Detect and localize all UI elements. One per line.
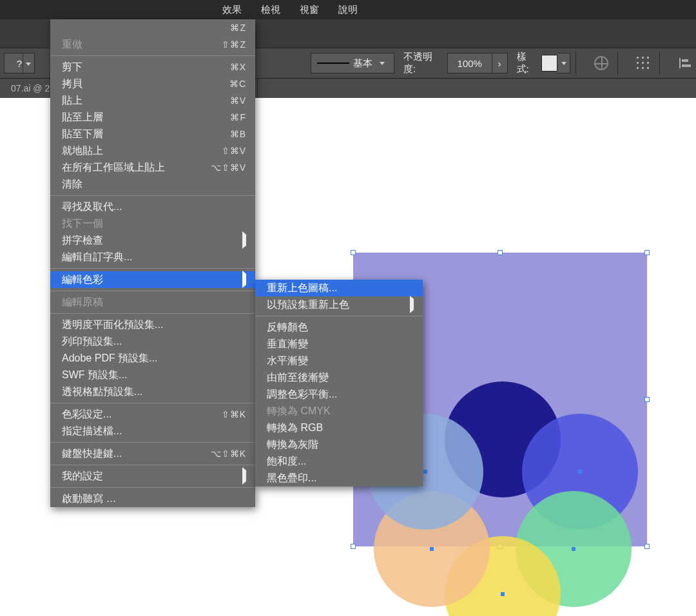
color-submenu-item[interactable]: 轉換為灰階 [255,436,423,453]
selection-center-point[interactable] [501,592,505,596]
edit-menu-item[interactable]: 清除 [50,176,255,193]
menu-item-label: 編輯原稿 [62,296,103,309]
color-submenu-item[interactable]: 反轉顏色 [255,319,423,336]
edit-menu-item[interactable]: SWF 預設集... [50,367,255,383]
menu-item-label: 編輯色彩 [62,273,103,287]
menu-item-label: 重新上色圖稿... [267,282,337,295]
selection-center-point[interactable] [578,470,582,474]
edit-menu-item[interactable]: 貼上⌘V [50,92,255,109]
selection-center-point[interactable] [572,547,575,551]
menu-shortcut: ⌘Z [230,23,246,33]
stroke-style-label: 基本 [353,57,372,70]
menu-item-label: 列印預設集... [62,335,122,349]
menu-item-label: SWF 預設集... [62,369,127,382]
menu-item-label: 調整色彩平衡... [267,388,337,401]
menu-shortcut: ⌥⇧⌘V [211,162,246,173]
menu-shortcut: ⌘F [230,112,246,122]
edit-menu-item[interactable]: 貼至下層⌘B [50,126,255,142]
color-submenu-item[interactable]: 飽和度... [255,453,423,470]
menu-shortcut: ⇧⌘Z [222,39,246,50]
menu-item-label: 透視格點預設集... [62,385,142,399]
resize-handle-tl[interactable] [351,250,356,255]
menu-item-label: 編輯自訂字典... [62,251,132,264]
menu-item-label: 我的設定 [62,470,103,483]
menu-item-label: 轉換為 RGB [267,421,323,435]
menu-item-label: 以預設集重新上色 [267,298,349,312]
menu-item-label: 尋找及取代... [62,200,122,214]
resize-handle-bl[interactable] [351,544,356,549]
recolor-icon[interactable] [590,52,612,74]
align-icon[interactable] [674,52,696,74]
graphic-style-swatch[interactable] [541,55,558,72]
selection-center-point[interactable] [430,547,434,551]
align-grid-icon[interactable] [632,52,654,74]
edit-menu-item[interactable]: 尋找及取代... [50,198,255,215]
menu-help[interactable]: 說明 [329,4,367,16]
edit-menu-item[interactable]: 拷貝⌘C [50,75,255,92]
edit-menu-item[interactable]: 我的設定 [50,468,255,485]
edit-menu-item[interactable]: 啟動聽寫 … [50,490,255,507]
resize-handle-tr[interactable] [644,250,650,255]
resize-handle-br[interactable] [644,544,650,549]
color-submenu-item[interactable]: 黑色疊印... [255,470,423,486]
menu-item-label: 貼至上層 [62,111,103,124]
edit-menu-item: 重做⇧⌘Z [50,36,255,53]
menu-item-label: 在所有工作區域上貼上 [62,161,165,175]
chevron-down-icon [23,53,34,74]
menu-item-label: 啟動聽寫 … [62,492,116,506]
edit-menu-item[interactable]: 鍵盤快捷鍵...⌥⇧⌘K [50,445,255,462]
resize-handle-tm[interactable] [498,250,503,255]
menu-item-label: 反轉顏色 [267,321,308,334]
help-dropdown[interactable]: ? [4,53,35,73]
menu-window[interactable]: 視窗 [290,4,329,16]
edit-menu: ⌘Z重做⇧⌘Z剪下⌘X拷貝⌘C貼上⌘V貼至上層⌘F貼至下層⌘B就地貼上⇧⌘V在所… [50,19,255,507]
edit-menu-item[interactable]: 拼字檢查 [50,232,255,249]
color-submenu-item[interactable]: 垂直漸變 [255,336,423,352]
menu-shortcut: ⇧⌘V [222,146,246,156]
edit-menu-item[interactable]: Adobe PDF 預設集... [50,350,255,367]
menu-shortcut: ⇧⌘K [222,409,246,419]
color-submenu-item[interactable]: 水平漸變 [255,352,423,369]
menu-effects[interactable]: 效果 [213,4,251,16]
style-label: 樣式: [517,51,539,75]
color-submenu-item: 轉換為 CMYK [255,403,423,419]
menu-item-label: 貼至下層 [62,128,103,141]
menu-item-label: 重做 [62,38,82,52]
edit-menu-item[interactable]: 編輯色彩 [50,271,255,288]
edit-color-submenu: 重新上色圖稿...以預設集重新上色反轉顏色垂直漸變水平漸變由前至後漸變調整色彩平… [255,280,423,486]
menu-item-label: 就地貼上 [62,144,103,158]
color-submenu-item[interactable]: 以預設集重新上色 [255,296,423,313]
menu-shortcut: ⌘V [230,95,246,106]
edit-menu-item[interactable]: 列印預設集... [50,333,255,350]
color-submenu-item[interactable]: 轉換為 RGB [255,419,423,436]
menu-shortcut: ⌘X [230,62,246,72]
menu-shortcut: ⌥⇧⌘K [211,448,246,459]
menu-item-label: 拼字檢查 [62,234,103,247]
edit-menu-item[interactable]: ⌘Z [50,19,255,36]
color-submenu-item[interactable]: 調整色彩平衡... [255,386,423,403]
edit-menu-item[interactable]: 指定描述檔... [50,423,255,439]
resize-handle-mr[interactable] [644,397,650,402]
selection-center-point[interactable] [423,470,427,474]
menu-item-label: 轉換為 CMYK [267,405,331,418]
menu-item-label: 飽和度... [267,455,306,468]
edit-menu-item[interactable]: 色彩設定...⇧⌘K [50,406,255,423]
menu-item-label: 剪下 [62,61,82,74]
edit-menu-item[interactable]: 在所有工作區域上貼上⌥⇧⌘V [50,159,255,176]
edit-menu-item[interactable]: 就地貼上⇧⌘V [50,142,255,159]
edit-menu-item[interactable]: 透明度平面化預設集... [50,316,255,333]
edit-menu-item[interactable]: 剪下⌘X [50,59,255,75]
color-submenu-item[interactable]: 由前至後漸變 [255,369,423,386]
edit-menu-item[interactable]: 編輯自訂字典... [50,249,255,265]
menu-item-label: 貼上 [62,94,82,108]
color-submenu-item[interactable]: 重新上色圖稿... [255,280,423,296]
menu-item-label: 色彩設定... [62,408,111,421]
menu-item-label: 清除 [62,178,82,191]
menu-view[interactable]: 檢視 [251,4,290,16]
edit-menu-item[interactable]: 透視格點預設集... [50,383,255,400]
edit-menu-item[interactable]: 貼至上層⌘F [50,109,255,126]
style-dropdown[interactable] [557,53,570,73]
opacity-input[interactable]: 100% [447,53,492,73]
stroke-style-dropdown[interactable]: 基本 [311,53,394,73]
opacity-stepper[interactable]: › [492,53,508,73]
